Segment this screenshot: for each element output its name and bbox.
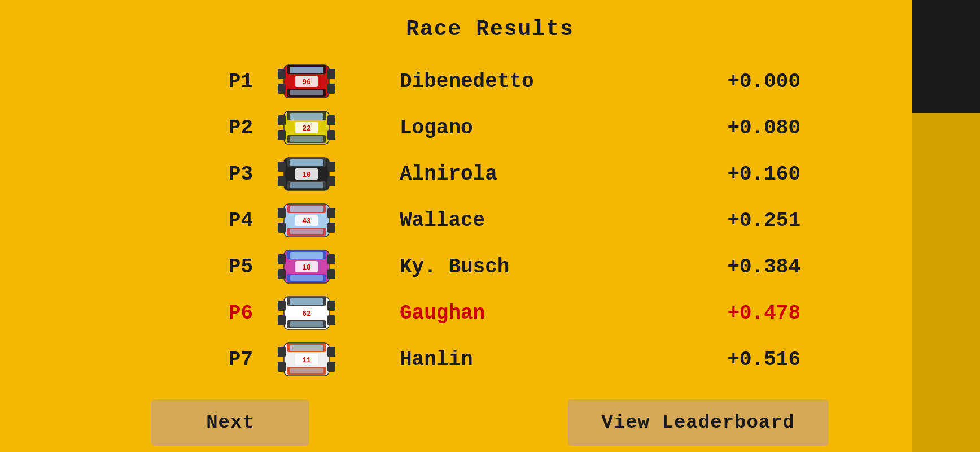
position-label: P4 <box>180 209 270 232</box>
svg-text:11: 11 <box>302 356 311 364</box>
svg-rect-74 <box>278 362 286 372</box>
svg-rect-25 <box>290 159 323 166</box>
driver-name: Hanlin <box>343 348 676 371</box>
svg-text:18: 18 <box>302 263 311 272</box>
car-image: 62 <box>270 294 343 332</box>
svg-rect-15 <box>290 136 323 142</box>
table-row: P3 10 Alnirola <box>180 151 800 197</box>
race-time: +0.251 <box>676 209 800 232</box>
svg-rect-8 <box>278 84 286 94</box>
right-panel-yellow <box>912 113 980 452</box>
race-time: +0.478 <box>676 302 800 325</box>
position-label: P3 <box>180 163 270 186</box>
table-row: P4 43 Wallace <box>180 197 800 244</box>
driver-name: Wallace <box>343 209 676 232</box>
svg-text:43: 43 <box>302 217 311 225</box>
driver-name: Alnirola <box>343 163 676 186</box>
position-label: P6 <box>180 302 270 325</box>
svg-rect-4 <box>290 90 323 95</box>
position-label: P5 <box>180 255 270 279</box>
svg-rect-51 <box>278 254 286 264</box>
position-label: P7 <box>180 348 270 371</box>
svg-rect-47 <box>290 252 323 259</box>
table-row: P7 11 Hanlin + <box>180 336 800 383</box>
svg-text:96: 96 <box>302 78 311 86</box>
driver-name: Dibenedetto <box>343 70 676 93</box>
table-row: P1 96 Dibenedetto <box>180 58 800 105</box>
leaderboard-button[interactable]: View Leaderboard <box>568 399 829 446</box>
driver-name: Ky. Busch <box>343 255 676 279</box>
table-row: P6 62 Gaughan <box>180 290 800 336</box>
svg-rect-65 <box>327 315 335 325</box>
table-row: P5 18 Ky. Busch <box>180 244 800 290</box>
position-label: P1 <box>180 70 270 93</box>
svg-rect-53 <box>327 254 335 264</box>
svg-rect-59 <box>290 321 323 327</box>
table-row: P2 22 Logano + <box>180 105 800 151</box>
svg-rect-76 <box>327 362 335 372</box>
svg-rect-40 <box>278 208 286 218</box>
svg-rect-62 <box>278 301 286 311</box>
svg-rect-58 <box>290 298 323 305</box>
svg-rect-29 <box>278 162 286 172</box>
svg-rect-36 <box>290 206 323 212</box>
svg-rect-41 <box>278 223 286 233</box>
svg-rect-9 <box>327 69 335 79</box>
svg-rect-75 <box>327 347 335 357</box>
car-image: 96 <box>270 62 343 101</box>
page-title: Race Results <box>406 17 574 41</box>
right-panel-black <box>912 0 980 113</box>
results-table: P1 96 Dibenedetto <box>180 58 800 383</box>
car-image: 18 <box>270 247 343 286</box>
driver-name: Gaughan <box>343 302 676 325</box>
right-panel <box>912 0 980 452</box>
svg-rect-54 <box>327 269 335 279</box>
svg-rect-20 <box>327 115 335 125</box>
next-button[interactable]: Next <box>151 399 309 446</box>
race-time: +0.000 <box>676 70 800 93</box>
car-image: 43 <box>270 201 343 240</box>
svg-rect-19 <box>278 130 286 140</box>
svg-rect-7 <box>278 69 286 79</box>
svg-rect-21 <box>327 130 335 140</box>
svg-text:10: 10 <box>302 171 311 179</box>
svg-rect-48 <box>290 275 323 281</box>
race-time: +0.516 <box>676 348 800 371</box>
svg-rect-64 <box>327 301 335 311</box>
svg-rect-18 <box>278 115 286 125</box>
driver-name: Logano <box>343 116 676 140</box>
car-image: 11 <box>270 340 343 379</box>
svg-rect-26 <box>290 182 323 188</box>
svg-rect-70 <box>290 368 323 373</box>
svg-rect-37 <box>290 229 323 234</box>
race-time: +0.160 <box>676 163 800 186</box>
main-container: Race Results P1 96 <box>0 0 980 452</box>
svg-rect-32 <box>327 176 335 186</box>
buttons-row: Next View Leaderboard <box>151 399 829 446</box>
svg-rect-14 <box>290 113 323 120</box>
svg-rect-43 <box>327 223 335 233</box>
svg-rect-42 <box>327 208 335 218</box>
svg-rect-69 <box>290 345 323 351</box>
svg-rect-10 <box>327 84 335 94</box>
svg-text:22: 22 <box>302 124 311 133</box>
svg-rect-30 <box>278 176 286 186</box>
svg-text:62: 62 <box>302 310 311 318</box>
position-label: P2 <box>180 116 270 140</box>
svg-rect-73 <box>278 347 286 357</box>
race-time: +0.080 <box>676 116 800 140</box>
race-time: +0.384 <box>676 255 800 279</box>
svg-rect-52 <box>278 269 286 279</box>
svg-rect-3 <box>290 67 323 73</box>
svg-rect-63 <box>278 315 286 325</box>
svg-rect-31 <box>327 162 335 172</box>
car-image: 10 <box>270 155 343 193</box>
car-image: 22 <box>270 108 343 147</box>
